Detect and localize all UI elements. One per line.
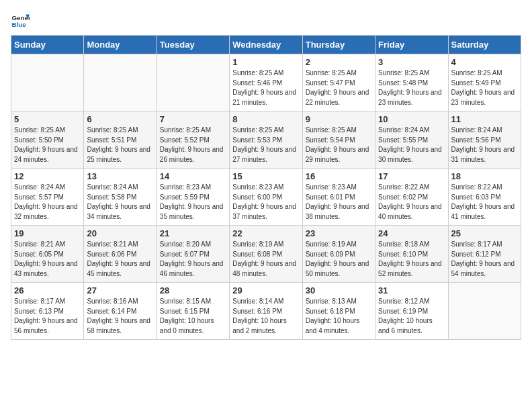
day-number: 6	[87, 114, 153, 124]
sunset-text: Sunset: 5:53 PM	[232, 136, 282, 144]
week-row-2: 5 Sunrise: 8:25 AM Sunset: 5:50 PM Dayli…	[11, 111, 521, 169]
sunset-text: Sunset: 5:49 PM	[451, 79, 501, 87]
sunrise-text: Sunrise: 8:22 AM	[451, 183, 502, 191]
weekday-header-monday: Monday	[84, 36, 157, 54]
day-info: Sunrise: 8:25 AM Sunset: 5:54 PM Dayligh…	[306, 126, 372, 165]
header: General Blue	[11, 11, 521, 30]
day-number: 28	[160, 285, 226, 295]
calendar-cell: 30 Sunrise: 8:13 AM Sunset: 6:18 PM Dayl…	[302, 283, 375, 340]
sunset-text: Sunset: 6:18 PM	[306, 308, 355, 315]
sunrise-text: Sunrise: 8:23 AM	[160, 183, 211, 191]
daylight-text: Daylight: 9 hours and 21 minutes.	[232, 89, 296, 106]
sunset-text: Sunset: 5:47 PM	[306, 79, 355, 87]
sunset-text: Sunset: 6:07 PM	[160, 250, 210, 258]
day-number: 15	[232, 171, 299, 181]
logo-icon: General Blue	[11, 11, 30, 30]
sunrise-text: Sunrise: 8:25 AM	[232, 126, 283, 134]
daylight-text: Daylight: 10 hours and 4 minutes.	[306, 317, 360, 334]
sunrise-text: Sunrise: 8:24 AM	[87, 183, 138, 191]
sunrise-text: Sunrise: 8:19 AM	[306, 240, 357, 248]
calendar-cell: 18 Sunrise: 8:22 AM Sunset: 6:03 PM Dayl…	[448, 169, 521, 226]
day-info: Sunrise: 8:24 AM Sunset: 5:55 PM Dayligh…	[378, 126, 445, 165]
weekday-header-saturday: Saturday	[448, 36, 521, 54]
day-info: Sunrise: 8:22 AM Sunset: 6:02 PM Dayligh…	[378, 183, 445, 222]
sunrise-text: Sunrise: 8:23 AM	[306, 183, 357, 191]
calendar-cell: 22 Sunrise: 8:19 AM Sunset: 6:08 PM Dayl…	[230, 226, 302, 283]
sunset-text: Sunset: 6:05 PM	[14, 250, 64, 258]
sunrise-text: Sunrise: 8:21 AM	[87, 240, 138, 248]
day-info: Sunrise: 8:25 AM Sunset: 5:46 PM Dayligh…	[232, 68, 299, 107]
sunrise-text: Sunrise: 8:19 AM	[232, 240, 283, 248]
sunrise-text: Sunrise: 8:25 AM	[306, 126, 357, 134]
sunrise-text: Sunrise: 8:25 AM	[306, 69, 357, 77]
sunrise-text: Sunrise: 8:25 AM	[14, 126, 65, 134]
day-number: 5	[14, 114, 81, 124]
week-row-5: 26 Sunrise: 8:17 AM Sunset: 6:13 PM Dayl…	[11, 283, 521, 340]
daylight-text: Daylight: 9 hours and 31 minutes.	[451, 146, 515, 163]
calendar-cell: 2 Sunrise: 8:25 AM Sunset: 5:47 PM Dayli…	[302, 54, 375, 111]
day-number: 30	[306, 285, 372, 295]
calendar-table: SundayMondayTuesdayWednesdayThursdayFrid…	[11, 35, 521, 340]
calendar-cell: 11 Sunrise: 8:24 AM Sunset: 5:56 PM Dayl…	[448, 111, 521, 169]
sunrise-text: Sunrise: 8:16 AM	[87, 298, 138, 305]
day-info: Sunrise: 8:21 AM Sunset: 6:05 PM Dayligh…	[14, 240, 81, 279]
day-info: Sunrise: 8:25 AM Sunset: 5:52 PM Dayligh…	[160, 126, 226, 165]
sunset-text: Sunset: 6:06 PM	[87, 250, 136, 258]
daylight-text: Daylight: 9 hours and 40 minutes.	[378, 203, 442, 220]
daylight-text: Daylight: 9 hours and 30 minutes.	[378, 146, 442, 163]
day-info: Sunrise: 8:22 AM Sunset: 6:03 PM Dayligh…	[451, 183, 518, 222]
daylight-text: Daylight: 9 hours and 52 minutes.	[378, 260, 442, 277]
calendar-cell: 8 Sunrise: 8:25 AM Sunset: 5:53 PM Dayli…	[230, 111, 302, 169]
daylight-text: Daylight: 9 hours and 32 minutes.	[14, 203, 78, 220]
calendar-cell: 25 Sunrise: 8:17 AM Sunset: 6:12 PM Dayl…	[448, 226, 521, 283]
sunrise-text: Sunrise: 8:22 AM	[378, 183, 429, 191]
sunrise-text: Sunrise: 8:24 AM	[378, 126, 429, 134]
day-info: Sunrise: 8:23 AM Sunset: 6:01 PM Dayligh…	[306, 183, 372, 222]
logo: General Blue	[11, 11, 32, 30]
daylight-text: Daylight: 9 hours and 43 minutes.	[14, 260, 78, 277]
day-number: 11	[451, 114, 518, 124]
day-info: Sunrise: 8:17 AM Sunset: 6:12 PM Dayligh…	[451, 240, 518, 279]
day-info: Sunrise: 8:13 AM Sunset: 6:18 PM Dayligh…	[306, 297, 372, 336]
day-info: Sunrise: 8:24 AM Sunset: 5:57 PM Dayligh…	[14, 183, 81, 222]
day-number: 1	[232, 57, 299, 67]
day-number: 18	[451, 171, 518, 181]
day-number: 25	[451, 228, 518, 238]
day-info: Sunrise: 8:20 AM Sunset: 6:07 PM Dayligh…	[160, 240, 226, 279]
calendar-cell: 1 Sunrise: 8:25 AM Sunset: 5:46 PM Dayli…	[230, 54, 302, 111]
daylight-text: Daylight: 9 hours and 41 minutes.	[451, 203, 515, 220]
sunrise-text: Sunrise: 8:14 AM	[232, 298, 283, 305]
calendar-cell: 26 Sunrise: 8:17 AM Sunset: 6:13 PM Dayl…	[11, 283, 84, 340]
sunset-text: Sunset: 6:09 PM	[306, 250, 355, 258]
week-row-1: 1 Sunrise: 8:25 AM Sunset: 5:46 PM Dayli…	[11, 54, 521, 111]
calendar-cell: 7 Sunrise: 8:25 AM Sunset: 5:52 PM Dayli…	[157, 111, 229, 169]
weekday-header-sunday: Sunday	[11, 36, 84, 54]
sunset-text: Sunset: 5:57 PM	[14, 193, 64, 201]
week-row-3: 12 Sunrise: 8:24 AM Sunset: 5:57 PM Dayl…	[11, 169, 521, 226]
calendar-cell	[11, 54, 84, 111]
day-info: Sunrise: 8:23 AM Sunset: 6:00 PM Dayligh…	[232, 183, 299, 222]
daylight-text: Daylight: 9 hours and 54 minutes.	[451, 260, 515, 277]
sunset-text: Sunset: 6:00 PM	[232, 193, 282, 201]
daylight-text: Daylight: 9 hours and 58 minutes.	[87, 317, 150, 334]
calendar-cell: 24 Sunrise: 8:18 AM Sunset: 6:10 PM Dayl…	[375, 226, 448, 283]
sunset-text: Sunset: 6:19 PM	[378, 308, 428, 315]
calendar-cell: 28 Sunrise: 8:15 AM Sunset: 6:15 PM Dayl…	[157, 283, 229, 340]
day-number: 13	[87, 171, 153, 181]
daylight-text: Daylight: 9 hours and 48 minutes.	[232, 260, 296, 277]
sunset-text: Sunset: 6:01 PM	[306, 193, 355, 201]
daylight-text: Daylight: 9 hours and 26 minutes.	[160, 146, 224, 163]
sunset-text: Sunset: 5:56 PM	[451, 136, 501, 144]
sunrise-text: Sunrise: 8:18 AM	[378, 240, 429, 248]
day-number: 17	[378, 171, 445, 181]
daylight-text: Daylight: 10 hours and 2 minutes.	[232, 317, 287, 334]
day-number: 2	[306, 57, 372, 67]
sunset-text: Sunset: 5:59 PM	[160, 193, 210, 201]
calendar-cell: 6 Sunrise: 8:25 AM Sunset: 5:51 PM Dayli…	[84, 111, 157, 169]
daylight-text: Daylight: 9 hours and 29 minutes.	[306, 146, 369, 163]
day-info: Sunrise: 8:19 AM Sunset: 6:09 PM Dayligh…	[306, 240, 372, 279]
sunset-text: Sunset: 6:10 PM	[378, 250, 428, 258]
day-number: 29	[232, 285, 299, 295]
daylight-text: Daylight: 9 hours and 45 minutes.	[87, 260, 150, 277]
daylight-text: Daylight: 9 hours and 56 minutes.	[14, 317, 78, 334]
